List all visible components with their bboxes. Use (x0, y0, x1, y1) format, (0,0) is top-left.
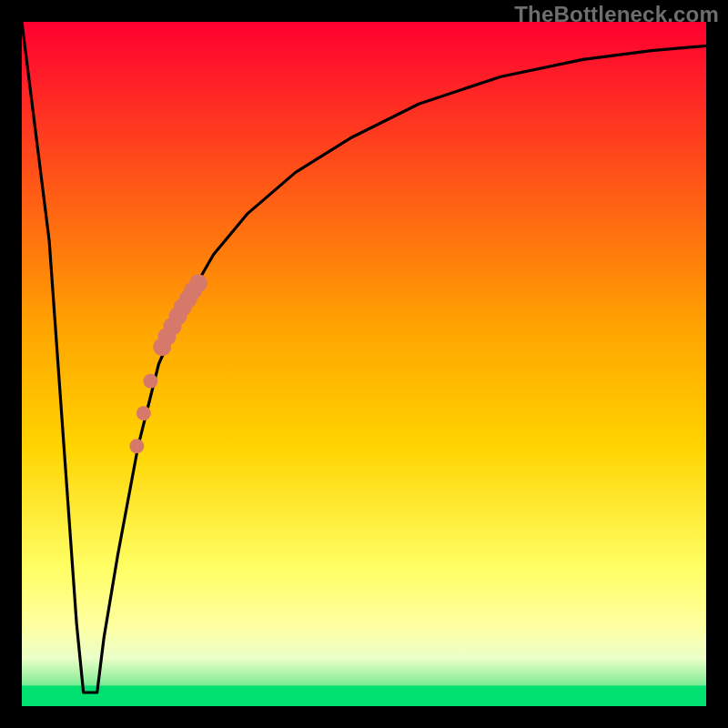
curve-marker (136, 406, 151, 420)
curve-marker (143, 374, 157, 389)
watermark-label: TheBottleneck.com (514, 2, 719, 27)
floor-band (22, 685, 706, 706)
chart-container: TheBottleneck.com (0, 0, 728, 728)
curve-marker (189, 274, 207, 292)
curve-marker (129, 439, 144, 453)
bottleneck-chart (0, 0, 728, 728)
gradient-background (22, 22, 706, 706)
